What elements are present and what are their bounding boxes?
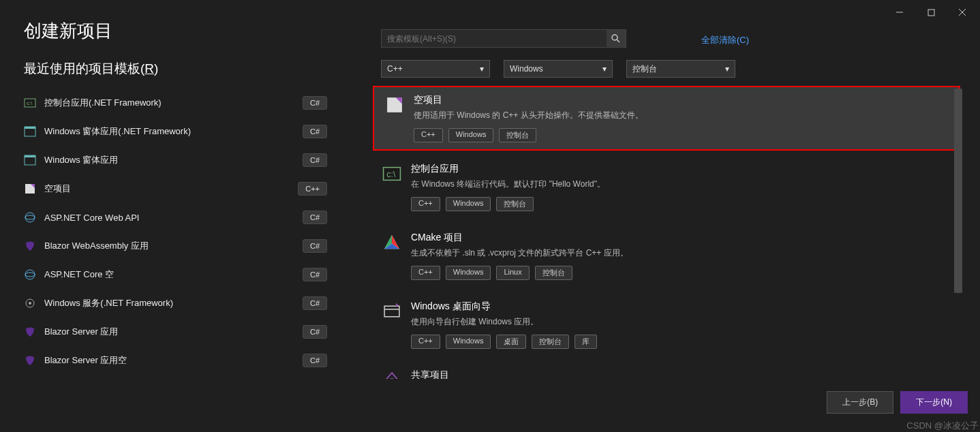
template-icon (385, 95, 404, 114)
template-icon (24, 183, 36, 195)
scrollbar-track[interactable] (953, 89, 963, 375)
template-card[interactable]: 共享项目使用"共享条目"项目在多个项目之间共享文件。C++WindowsAndr… (370, 361, 963, 379)
template-card[interactable]: CMake 项目生成不依赖于 .sln 或 .vcxproj 文件的新式跨平台 … (370, 223, 963, 288)
template-tag: Windows (448, 128, 494, 142)
filter-language-value: C++ (387, 64, 403, 74)
template-icon: c:\ (24, 97, 36, 109)
template-icon (24, 268, 36, 281)
template-title: CMake 项目 (411, 232, 951, 244)
templates-list: 空项目使用适用于 Windows 的 C++ 从头开始操作。不提供基础文件。C+… (370, 86, 963, 379)
filter-project-type[interactable]: 控制台 ▾ (626, 60, 735, 78)
recent-template-item[interactable]: Windows 服务(.NET Framework)C# (24, 289, 327, 318)
scrollbar-thumb[interactable] (954, 89, 962, 293)
template-icon (24, 297, 36, 309)
window-controls (882, 0, 980, 25)
recent-template-item[interactable]: Windows 窗体应用(.NET Framework)C# (24, 117, 327, 146)
template-tag: 控制台 (499, 128, 536, 142)
svg-point-14 (25, 273, 35, 277)
recent-template-item[interactable]: Blazor Server 应用空C# (24, 346, 327, 375)
template-label: Blazor Server 应用 (44, 326, 294, 338)
svg-point-24 (390, 378, 394, 379)
language-pill: C# (303, 239, 327, 253)
recent-template-item[interactable]: ASP.NET Core Web APIC# (24, 203, 327, 232)
recent-template-item[interactable]: ASP.NET Core 空C# (24, 260, 327, 289)
filter-type-value: 控制台 (632, 63, 657, 75)
svg-rect-1 (928, 10, 934, 16)
language-pill: C# (303, 354, 327, 367)
footer-buttons: 上一步(B) 下一步(N) (827, 391, 968, 414)
template-card[interactable]: c:\控制台应用在 Windows 终端运行代码。默认打印 "Hello Wor… (370, 155, 963, 219)
template-tag: 控制台 (496, 197, 534, 211)
template-label: Blazor Server 应用空 (44, 354, 294, 367)
template-icon (382, 371, 401, 379)
template-title: 共享项目 (411, 369, 951, 379)
svg-point-13 (25, 270, 35, 279)
template-label: ASP.NET Core 空 (44, 268, 294, 281)
template-icon: c:\ (382, 164, 401, 183)
svg-line-18 (617, 40, 619, 42)
language-pill: C# (303, 96, 327, 110)
template-label: 空项目 (44, 183, 290, 195)
template-icon (24, 326, 36, 338)
template-tags: C++Windows控制台 (414, 128, 948, 142)
template-tags: C++Windows桌面控制台库 (411, 335, 951, 349)
search-templates-box[interactable] (381, 29, 626, 48)
template-card[interactable]: 空项目使用适用于 Windows 的 C++ 从头开始操作。不提供基础文件。C+… (373, 86, 960, 151)
chevron-down-icon: ▾ (480, 64, 484, 74)
svg-point-16 (29, 302, 31, 305)
search-input[interactable] (382, 34, 607, 44)
template-description: 在 Windows 终端运行代码。默认打印 "Hello World"。 (411, 178, 951, 190)
filter-platform[interactable]: Windows ▾ (504, 60, 613, 78)
maximize-button[interactable] (923, 5, 939, 19)
svg-point-12 (25, 215, 35, 219)
clear-all-link[interactable]: 全部清除(C) (701, 34, 749, 46)
template-description: 使用向导自行创建 Windows 应用。 (411, 315, 951, 328)
recent-template-item[interactable]: 空项目C++ (24, 174, 327, 203)
language-pill: C# (303, 125, 327, 138)
back-button[interactable]: 上一步(B) (827, 391, 893, 414)
template-tag: 控制台 (532, 335, 569, 349)
recent-template-item[interactable]: Windows 窗体应用C# (24, 146, 327, 174)
svg-point-11 (25, 213, 35, 222)
template-label: 控制台应用(.NET Framework) (44, 97, 294, 109)
template-label: Blazor WebAssembly 应用 (44, 240, 294, 252)
template-label: Windows 窗体应用 (44, 154, 294, 166)
minimize-button[interactable] (891, 5, 908, 19)
svg-rect-9 (25, 155, 35, 157)
template-title: Windows 桌面向导 (411, 300, 951, 313)
template-card[interactable]: Windows 桌面向导使用向导自行创建 Windows 应用。C++Windo… (370, 292, 963, 357)
template-tags: C++Windows控制台 (411, 197, 951, 211)
template-icon (382, 233, 401, 252)
language-pill: C# (303, 153, 327, 167)
watermark-text: CSDN @冰凌公子 (906, 420, 979, 432)
recent-templates-list: c:\控制台应用(.NET Framework)C#Windows 窗体应用(.… (24, 89, 327, 375)
template-icon (24, 211, 36, 223)
recent-template-item[interactable]: c:\控制台应用(.NET Framework)C# (24, 89, 327, 117)
template-icon (24, 154, 36, 166)
language-pill: C++ (298, 182, 327, 196)
template-tag: Windows (446, 266, 491, 280)
template-icon (24, 240, 36, 252)
dialog-window: 创建新项目 最近使用的项目模板(R) c:\控制台应用(.NET Framewo… (7, 0, 980, 426)
template-tag: C++ (414, 128, 443, 142)
template-tag: C++ (411, 266, 440, 280)
heading-text-tail: ) (154, 61, 158, 76)
template-tag: 控制台 (535, 266, 572, 280)
recent-template-item[interactable]: Blazor WebAssembly 应用C# (24, 232, 327, 260)
recent-template-item[interactable]: Blazor Server 应用C# (24, 318, 327, 346)
template-label: Windows 窗体应用(.NET Framework) (44, 125, 294, 138)
next-button[interactable]: 下一步(N) (900, 391, 968, 414)
filter-platform-value: Windows (510, 64, 543, 74)
template-tag: Linux (496, 266, 529, 280)
filter-language[interactable]: C++ ▾ (381, 60, 490, 78)
svg-point-17 (612, 35, 617, 40)
close-button[interactable] (954, 5, 970, 19)
svg-rect-22 (384, 306, 399, 317)
svg-text:c:\: c:\ (386, 170, 396, 179)
template-icon (24, 125, 36, 138)
search-icon[interactable] (607, 30, 626, 47)
template-tag: 库 (575, 335, 597, 349)
template-label: ASP.NET Core Web API (44, 213, 294, 223)
template-description: 使用适用于 Windows 的 C++ 从头开始操作。不提供基础文件。 (414, 109, 948, 121)
template-title: 空项目 (414, 94, 948, 106)
